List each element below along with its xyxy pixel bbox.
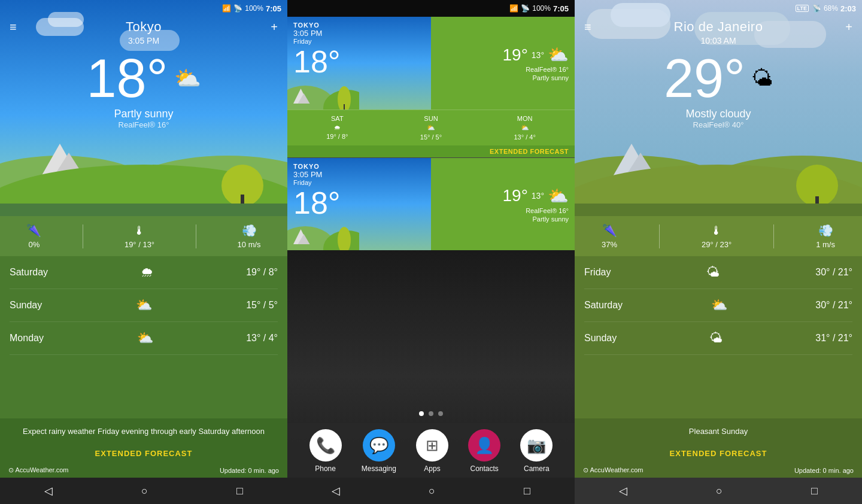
rain-stat: 🌂 0% xyxy=(26,223,41,249)
realfeel-p3: RealFeel® 40° xyxy=(575,120,862,129)
dock-phone[interactable]: 📞 Phone xyxy=(309,429,342,473)
forecast-day-0: Saturday xyxy=(10,267,48,278)
apps-icon[interactable]: ⊞ xyxy=(416,429,448,462)
weather-alert-p1: Expect rainy weather Friday evening thro… xyxy=(0,418,287,445)
recents-btn-p2[interactable]: □ xyxy=(524,485,530,497)
stats-row-p1: 🌂 0% 🌡 19° / 13° 💨 10 m/s xyxy=(0,216,287,256)
wind-stat-p3: 💨 1 m/s xyxy=(816,223,835,249)
svg-rect-8 xyxy=(241,195,244,204)
messaging-icon[interactable]: 💬 xyxy=(363,429,395,462)
forecast-day-2: Monday xyxy=(10,333,44,344)
forecast-list-p1: Saturday 🌧 19° / 8° Sunday ⛅ 15° / 5° Mo… xyxy=(0,256,287,418)
weather-time-p3: 10:03 AM xyxy=(575,36,862,45)
wind-value-p3: 1 m/s xyxy=(816,240,835,249)
messaging-label: Messaging xyxy=(362,464,396,473)
temp-stat-p3: 🌡 29° / 23° xyxy=(702,224,732,249)
menu-icon-p3[interactable]: ≡ xyxy=(584,20,591,34)
signal-icon: 📡 xyxy=(233,4,242,13)
back-btn-p1[interactable]: ◁ xyxy=(44,484,53,497)
lte-badge: LTE xyxy=(796,5,809,12)
forecast-row-monday: Monday ⛅ 13° / 4° xyxy=(10,322,278,355)
wifi-icon-p2: 📶 xyxy=(509,4,518,13)
extended-forecast-p3[interactable]: EXTENDED FORECAST xyxy=(575,444,862,463)
phone-icon[interactable]: 📞 xyxy=(309,429,342,462)
forecast-day-1: Sunday xyxy=(10,300,42,311)
status-bar-p2: 📶 📡 100% 7:05 xyxy=(287,0,575,17)
camera-icon[interactable]: 📷 xyxy=(520,429,553,462)
condition-icon-p3: 🌤 xyxy=(751,66,773,91)
back-btn-p2[interactable]: ◁ xyxy=(332,484,340,497)
nav-bar-p3: ◁ ○ □ xyxy=(575,478,862,504)
forecast-row-sunday: Sunday ⛅ 15° / 5° xyxy=(10,289,278,322)
condition-text-p1: Partly sunny xyxy=(0,108,287,120)
status-icons-p2: 📶 📡 100% 7:05 xyxy=(509,4,569,13)
apps-label: Apps xyxy=(424,464,440,473)
wf-day-1: SUN xyxy=(424,115,438,122)
widget-condition-2: Partly sunny xyxy=(532,215,569,223)
condition-icon-p1: ⛅ xyxy=(174,66,201,91)
widget-left-2: TOKYO 3:05 PM Friday 18° xyxy=(287,158,431,250)
home-btn-p1[interactable]: ○ xyxy=(141,485,148,497)
wf-sat: SAT 🌧 19° / 8° xyxy=(326,115,348,141)
camera-label: Camera xyxy=(524,464,550,473)
forecast-row-friday-p3: Friday 🌤 30° / 21° xyxy=(584,256,852,289)
dock-camera[interactable]: 📷 Camera xyxy=(520,429,553,473)
status-icons-p3: LTE 📡 68% 2:03 xyxy=(796,4,856,13)
thermometer-icon: 🌡 xyxy=(133,224,145,238)
dock-messaging[interactable]: 💬 Messaging xyxy=(362,429,396,473)
contacts-icon[interactable]: 👤 xyxy=(468,429,500,462)
home-btn-p2[interactable]: ○ xyxy=(429,485,435,497)
divider-1 xyxy=(83,224,83,248)
temp-display-p1: 18° xyxy=(86,51,168,105)
add-icon-p3[interactable]: + xyxy=(845,20,852,34)
menu-icon[interactable]: ≡ xyxy=(10,20,17,34)
wf-temp-2: 13° / 4° xyxy=(514,133,535,141)
weather-main-p1: 18° ⛅ xyxy=(0,51,287,105)
widget-condition-icon-1: ⛅ xyxy=(548,45,569,65)
forecast-day-p3-2: Sunday xyxy=(584,333,617,344)
stats-row-p3: 🌂 37% 🌡 29° / 23° 💨 1 m/s xyxy=(575,216,862,256)
extended-forecast-p1[interactable]: EXTENDED FORECAST xyxy=(0,444,287,463)
status-icons: 📶 📡 100% 7:05 xyxy=(222,4,281,13)
forecast-temp-p3-1: 30° / 21° xyxy=(815,300,852,311)
forecast-icon-p3-1: ⛅ xyxy=(711,297,727,313)
dock-contacts[interactable]: 👤 Contacts xyxy=(468,429,500,473)
weather-widget-1[interactable]: TOKYO 3:05 PM Friday 18° 19° 13° ⛅ RealF… xyxy=(287,17,575,110)
widget-landscape-2 xyxy=(287,217,359,250)
wind-value: 10 m/s xyxy=(238,240,261,249)
home-btn-p3[interactable]: ○ xyxy=(716,485,723,497)
widget-realfeel-2: RealFeel® 16° xyxy=(526,207,569,214)
rain-icon: 🌂 xyxy=(26,223,41,238)
phone-label: Phone xyxy=(315,464,336,473)
wf-sun: SUN ⛅ 15° / 5° xyxy=(420,115,442,141)
accuweather-logo-p1: ⊙ AccuWeather.com xyxy=(8,466,69,474)
forecast-icon-p3-2: 🌤 xyxy=(709,330,723,346)
forecast-day-p3-0: Friday xyxy=(584,267,611,278)
home-dark-area: 📞 Phone 💬 Messaging ⊞ Apps 👤 Contacts 📷 … xyxy=(287,250,575,504)
dock-apps[interactable]: ⊞ Apps xyxy=(416,429,448,473)
wind-icon-p3: 💨 xyxy=(818,223,833,238)
back-btn-p3[interactable]: ◁ xyxy=(619,484,627,497)
svg-rect-14 xyxy=(344,104,345,110)
dot-3 xyxy=(438,411,443,416)
recents-btn-p1[interactable]: □ xyxy=(236,485,243,497)
recents-btn-p3[interactable]: □ xyxy=(811,485,818,497)
wf-day-2: MON xyxy=(517,115,533,122)
add-icon[interactable]: + xyxy=(271,20,278,34)
city-name-p1: Tokyo xyxy=(126,19,162,35)
weather-widget-2[interactable]: TOKYO 3:05 PM Friday 18° 19° 13° ⛅ RealF… xyxy=(287,157,575,250)
battery-text: 100% xyxy=(245,4,263,13)
time-status-p2: 7:05 xyxy=(553,4,569,13)
rain-value: 0% xyxy=(28,240,40,249)
wf-day-0: SAT xyxy=(331,115,344,122)
nav-bar-p1: ◁ ○ □ xyxy=(0,478,287,504)
widget-extended-label[interactable]: EXTENDED FORECAST xyxy=(287,145,575,157)
divider-p3-2 xyxy=(773,224,774,248)
forecast-icon-1: ⛅ xyxy=(136,297,152,313)
widget-hi-temp-1: 19° xyxy=(502,45,527,65)
svg-rect-28 xyxy=(815,196,819,204)
widget-stack: TOKYO 3:05 PM Friday 18° 19° 13° ⛅ RealF… xyxy=(287,17,575,250)
widget-realfeel-1: RealFeel® 16° xyxy=(526,66,569,73)
forecast-temp-p3-2: 31° / 21° xyxy=(815,333,852,344)
thermometer-icon-p3: 🌡 xyxy=(711,224,723,238)
